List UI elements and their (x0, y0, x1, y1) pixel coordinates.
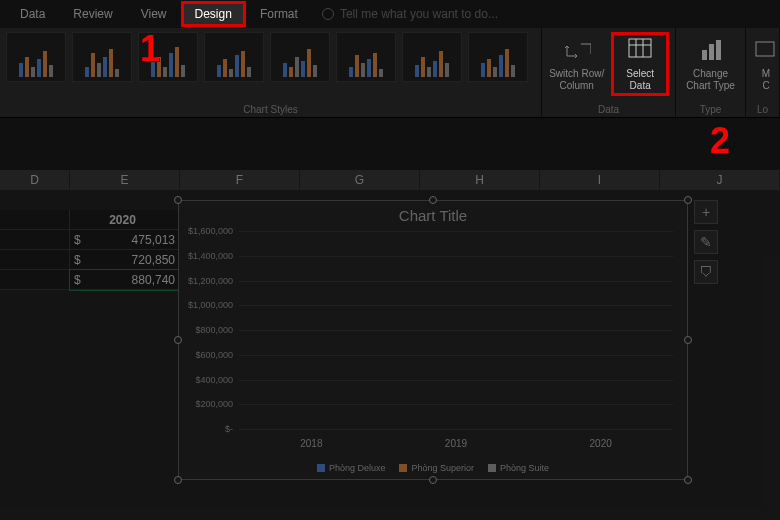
ribbon-tabs: Data Review View Design Format Tell me w… (0, 0, 780, 28)
group-chart-styles-label: Chart Styles (6, 104, 535, 115)
select-data-icon (626, 36, 654, 64)
cell-year-header[interactable]: 2020 (70, 210, 180, 230)
tell-me-search[interactable]: Tell me what you want to do... (322, 7, 498, 21)
data-cell[interactable]: $720,850 (70, 250, 180, 270)
svg-rect-5 (709, 44, 714, 60)
y-tick-label: $800,000 (195, 325, 233, 335)
col-i: I (540, 170, 660, 190)
resize-handle[interactable] (684, 476, 692, 484)
chart-style-thumb[interactable] (336, 32, 396, 82)
chart-style-thumb[interactable] (270, 32, 330, 82)
chart-style-thumb[interactable] (468, 32, 528, 82)
svg-rect-4 (702, 50, 707, 60)
tab-view[interactable]: View (127, 1, 181, 27)
change-chart-type-button[interactable]: ChangeChart Type (682, 32, 739, 96)
lightbulb-icon (322, 8, 334, 20)
chart-style-thumb[interactable] (204, 32, 264, 82)
x-tick-label: 2018 (300, 438, 322, 449)
data-cell[interactable]: $475,013 (70, 230, 180, 250)
chart-styles-button[interactable]: ✎ (694, 230, 718, 254)
chart-style-thumb[interactable] (402, 32, 462, 82)
svg-rect-0 (629, 39, 651, 57)
x-tick-label: 2020 (590, 438, 612, 449)
resize-handle[interactable] (684, 336, 692, 344)
col-f: F (180, 170, 300, 190)
ribbon: Chart Styles Switch Row/Column SelectDat… (0, 28, 780, 118)
move-chart-icon (752, 36, 780, 64)
col-g: G (300, 170, 420, 190)
worksheet: D E F G H I J 2020 $475,013$720,850$880,… (0, 170, 780, 520)
resize-handle[interactable] (684, 196, 692, 204)
select-data-button[interactable]: SelectData (611, 32, 669, 96)
chart-style-thumb[interactable] (6, 32, 66, 82)
tab-review[interactable]: Review (59, 1, 126, 27)
plot-area[interactable] (239, 231, 673, 429)
y-tick-label: $1,600,000 (188, 226, 233, 236)
chart-filters-button[interactable]: ⛉ (694, 260, 718, 284)
resize-handle[interactable] (174, 476, 182, 484)
y-tick-label: $1,200,000 (188, 276, 233, 286)
move-chart-button[interactable]: MC (752, 32, 780, 96)
tab-data[interactable]: Data (6, 1, 59, 27)
chart-style-thumb[interactable] (72, 32, 132, 82)
chart-elements-button[interactable]: + (694, 200, 718, 224)
col-h: H (420, 170, 540, 190)
legend-item[interactable]: Phòng Superior (399, 463, 474, 473)
svg-rect-6 (716, 40, 721, 60)
resize-handle[interactable] (429, 196, 437, 204)
chart-legend[interactable]: Phòng DeluxePhòng SuperiorPhòng Suite (179, 463, 687, 473)
cells-area[interactable]: 2020 $475,013$720,850$880,740 Chart Titl… (0, 190, 780, 290)
resize-handle[interactable] (174, 196, 182, 204)
group-data-label: Data (548, 104, 669, 115)
data-cell[interactable]: $880,740 (70, 270, 180, 290)
svg-rect-7 (756, 42, 774, 56)
y-tick-label: $1,400,000 (188, 251, 233, 261)
column-headers[interactable]: D E F G H I J (0, 170, 780, 190)
tab-format[interactable]: Format (246, 1, 312, 27)
col-d: D (0, 170, 70, 190)
legend-item[interactable]: Phòng Suite (488, 463, 549, 473)
chart-type-icon (697, 36, 725, 64)
group-type-label: Type (682, 104, 739, 115)
tell-me-placeholder: Tell me what you want to do... (340, 7, 498, 21)
y-tick-label: $- (225, 424, 233, 434)
tab-design[interactable]: Design (181, 1, 246, 27)
chart-title[interactable]: Chart Title (179, 201, 687, 230)
col-e: E (70, 170, 180, 190)
annotation-1: 1 (140, 28, 160, 70)
switch-icon (563, 36, 591, 64)
y-tick-label: $600,000 (195, 350, 233, 360)
col-j: J (660, 170, 780, 190)
group-location-label: Lo (752, 104, 773, 115)
y-tick-label: $400,000 (195, 375, 233, 385)
annotation-2: 2 (710, 120, 730, 162)
switch-row-column-button[interactable]: Switch Row/Column (548, 32, 605, 96)
y-tick-label: $1,000,000 (188, 300, 233, 310)
x-tick-label: 2019 (445, 438, 467, 449)
resize-handle[interactable] (429, 476, 437, 484)
legend-item[interactable]: Phòng Deluxe (317, 463, 386, 473)
y-tick-label: $200,000 (195, 399, 233, 409)
chart-object[interactable]: Chart Title $1,600,000$1,400,000$1,200,0… (178, 200, 688, 480)
